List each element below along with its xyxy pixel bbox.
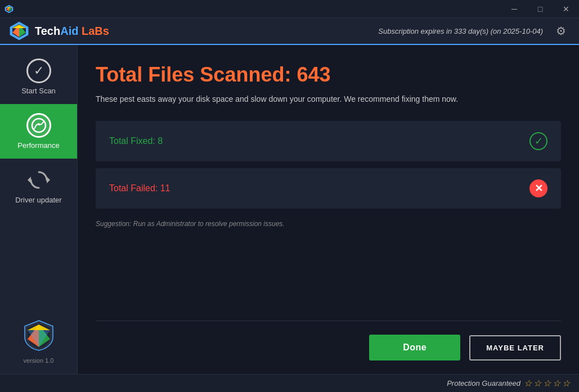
x-icon: ✕ [529, 179, 547, 197]
version-text: version 1.0 [24, 354, 54, 367]
app-header: TechAid LaBs Subscription expires in 333… [0, 18, 579, 45]
star-4: ☆ [553, 378, 560, 389]
sidebar: ✓ Start Scan Performance [0, 45, 78, 374]
sidebar-item-performance[interactable]: Performance [0, 104, 77, 159]
content-area: Total Files Scanned: 643 These pest east… [78, 45, 579, 374]
sidebar-label-performance: Performance [17, 141, 59, 150]
result-fixed-card: Total Fixed: 8 ✓ [96, 121, 561, 161]
check-icon: ✓ [529, 132, 547, 150]
sidebar-bottom: version 1.0 [22, 318, 56, 374]
footer: Protection Guaranteed ☆ ☆ ☆ ☆ ☆ [0, 374, 579, 392]
svg-marker-14 [28, 177, 31, 183]
sidebar-label-start-scan: Start Scan [21, 87, 56, 95]
done-button[interactable]: Done [369, 335, 460, 361]
settings-icon[interactable]: ⚙ [552, 22, 570, 40]
title-bar: ─ □ ✕ [0, 0, 579, 18]
protection-guarantee-text: Protection Guaranteed [447, 379, 520, 388]
scan-title: Total Files Scanned: 643 [96, 63, 561, 87]
sidebar-label-driver-updater: Driver updater [15, 196, 61, 204]
subscription-text: Subscription expires in 333 day(s) (on 2… [378, 27, 543, 35]
brand: TechAid LaBs [9, 21, 109, 41]
bottom-bar: Done MAYBE LATER [96, 321, 561, 361]
minimize-button[interactable]: ─ [501, 0, 527, 18]
performance-icon [26, 113, 51, 138]
result-failed-card: Total Failed: 11 ✕ [96, 168, 561, 209]
header-right: Subscription expires in 333 day(s) (on 2… [378, 22, 570, 40]
start-scan-icon: ✓ [26, 58, 51, 83]
star-5: ☆ [562, 378, 570, 389]
shield-logo [22, 318, 56, 352]
scan-subtitle: These pest easts away your disk space an… [96, 93, 561, 105]
title-bar-controls: ─ □ ✕ [501, 0, 579, 18]
svg-marker-13 [47, 177, 50, 183]
brand-name: TechAid LaBs [35, 25, 109, 38]
result-fixed-text: Total Fixed: 8 [109, 136, 163, 146]
star-rating: ☆ ☆ ☆ ☆ ☆ [524, 378, 570, 389]
sidebar-item-driver-updater[interactable]: Driver updater [0, 159, 77, 213]
svg-point-12 [38, 123, 40, 125]
footer-right: Protection Guaranteed ☆ ☆ ☆ ☆ ☆ [447, 378, 570, 389]
close-button[interactable]: ✕ [553, 0, 579, 18]
brand-logo [9, 21, 29, 41]
maybe-later-button[interactable]: MAYBE LATER [469, 335, 561, 361]
suggestion-text: Suggestion: Run as Administrator to reso… [96, 220, 561, 228]
sidebar-item-start-scan[interactable]: ✓ Start Scan [0, 49, 77, 104]
star-3: ☆ [543, 378, 551, 389]
maximize-button[interactable]: □ [527, 0, 553, 18]
star-1: ☆ [524, 378, 532, 389]
main-layout: ✓ Start Scan Performance [0, 45, 579, 374]
star-2: ☆ [533, 378, 541, 389]
result-failed-text: Total Failed: 11 [109, 183, 170, 193]
driver-updater-icon [26, 168, 51, 192]
app-logo-small [5, 4, 14, 13]
title-bar-left [5, 4, 14, 13]
bottom-bar-right: Done MAYBE LATER [369, 335, 561, 361]
